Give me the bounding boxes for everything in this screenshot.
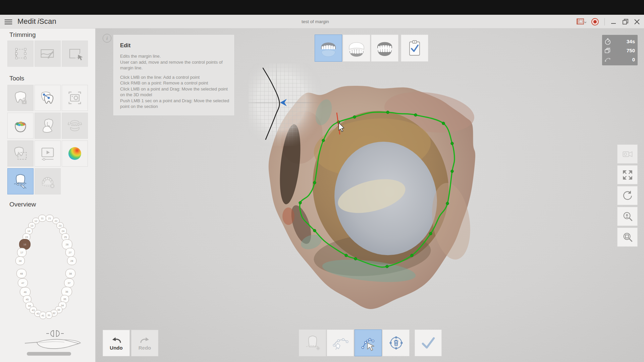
tooth-28[interactable]: 28 [67,257,76,265]
confirm-margin-button[interactable] [415,329,442,356]
margin-control-point[interactable] [345,254,347,257]
trim-control-points-button[interactable] [7,41,34,67]
edit-points-button[interactable] [355,329,382,356]
tooth-overview-chart: 1121122213231424152516261727182848384737… [12,210,80,321]
edit-panel-title: Edit [120,42,229,49]
redo-button[interactable]: Redo [131,330,158,356]
margin-control-point[interactable] [322,139,325,142]
undo-button[interactable]: Undo [103,330,130,356]
svg-text:47: 47 [21,282,24,285]
titlebar-separator [604,18,605,25]
delete-margin-icon [387,334,406,352]
mandible-view-icon [345,38,368,59]
left-sidebar: Trimming Tools Overview 1121122213231424… [0,28,96,362]
tooth-48[interactable]: 48 [17,269,26,278]
occlusion-view-button[interactable] [371,35,398,62]
svg-text:18: 18 [19,259,21,262]
zoom-fit-button[interactable] [617,228,638,247]
tooth-27[interactable]: 27 [66,248,75,257]
trim-polygon-button[interactable] [62,41,88,67]
minimize-button[interactable] [609,17,618,26]
maxilla-view-button[interactable] [315,35,342,62]
stat-speed-gauge: 0 [604,55,635,64]
margin-line-button[interactable] [7,168,34,194]
stat-timer: 34s [604,37,635,46]
window-controls [576,15,641,28]
svg-text:12: 12 [35,220,37,223]
margin-control-point[interactable] [414,114,417,116]
svg-text:38: 38 [69,272,72,275]
tooth-47[interactable]: 47 [18,279,28,287]
tooth-31[interactable]: 31 [46,312,52,319]
maximize-button[interactable] [621,17,630,26]
margin-control-point[interactable] [386,265,388,268]
bite-check-button[interactable] [35,113,61,139]
margin-control-point[interactable] [313,181,316,184]
overview-section-label: Overview [9,201,36,208]
section-curve-editor[interactable] [248,63,322,146]
alignment-button[interactable] [35,85,61,111]
svg-text:37: 37 [68,282,70,285]
margin-control-point[interactable] [442,122,445,125]
margin-control-point[interactable] [429,232,432,235]
margin-control-point[interactable] [386,111,389,114]
capture-region-button[interactable] [576,17,587,26]
tooth-11[interactable]: 11 [39,215,46,222]
svg-text:16: 16 [23,243,26,246]
result-check-button[interactable] [401,35,428,62]
replay-video-button[interactable] [35,140,61,167]
close-button[interactable] [633,17,641,26]
trim-polygon-icon [66,45,84,62]
svg-text:21: 21 [48,217,51,220]
margin-control-point[interactable] [354,257,357,260]
trimming-tool-grid [7,41,88,67]
color-sphere-button[interactable] [62,140,88,167]
margin-edit-toolbar [299,329,442,356]
lock-data-button[interactable] [7,85,34,111]
title-bar: MeditiScan test of margin [0,15,644,28]
draw-margin-button[interactable] [327,329,354,356]
margin-control-point[interactable] [411,254,413,257]
margin-control-point[interactable] [299,201,302,204]
redo-icon [139,336,151,344]
occlusion-view-icon [374,38,396,59]
margin-control-point[interactable] [446,202,449,205]
tooth-37[interactable]: 37 [64,279,74,287]
video-record-button [617,144,638,164]
overlay-compare-button[interactable] [7,140,34,167]
trim-control-points-icon [12,45,29,62]
mandible-view-button[interactable] [343,35,370,62]
capture-screenshot-button[interactable] [62,85,88,111]
zoom-in-out-button[interactable] [617,207,638,226]
fullscreen-button[interactable] [617,165,638,184]
reset-rotation-button[interactable] [617,186,638,205]
occlusion-analysis-button[interactable] [7,113,34,139]
color-sphere-icon [66,145,84,162]
margin-control-point[interactable] [353,116,356,118]
record-icon [591,17,599,26]
margin-control-point[interactable] [451,142,453,145]
jaw-view-tabs [315,35,428,62]
document-title: test of margin [0,19,631,24]
record-button[interactable] [590,17,600,27]
delete-margin-button[interactable] [382,329,410,356]
tooth-17[interactable]: 17 [17,248,26,257]
stat-value: 750 [627,48,635,53]
tooth-41[interactable]: 41 [40,312,46,319]
trim-brush-button[interactable] [35,41,61,67]
tooth-46[interactable]: 46 [20,287,31,297]
tooth-18[interactable]: 18 [16,257,25,265]
tooth-21[interactable]: 21 [46,215,54,222]
scan-stats-panel: 34s7500 [602,35,638,65]
svg-text:14: 14 [28,230,30,233]
tooth-36[interactable]: 36 [62,287,72,296]
tooth-38[interactable]: 38 [66,269,75,278]
reset-rotation-icon [621,189,634,202]
scanner-status [24,329,90,359]
svg-text:31: 31 [48,314,50,317]
maxilla-view-icon [317,38,339,59]
margin-control-point[interactable] [313,229,316,232]
viewport[interactable]: i Edit Edits the margin line. User can a… [96,28,644,362]
tooth-26[interactable]: 26 [62,240,72,249]
margin-control-point[interactable] [451,170,453,173]
